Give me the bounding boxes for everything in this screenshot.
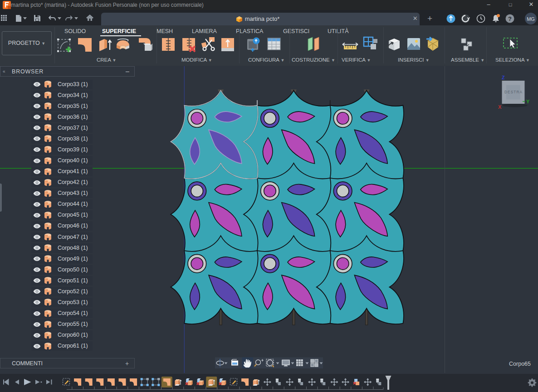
- svg-text:?: ?: [508, 15, 512, 22]
- svg-text:MG: MG: [527, 16, 535, 22]
